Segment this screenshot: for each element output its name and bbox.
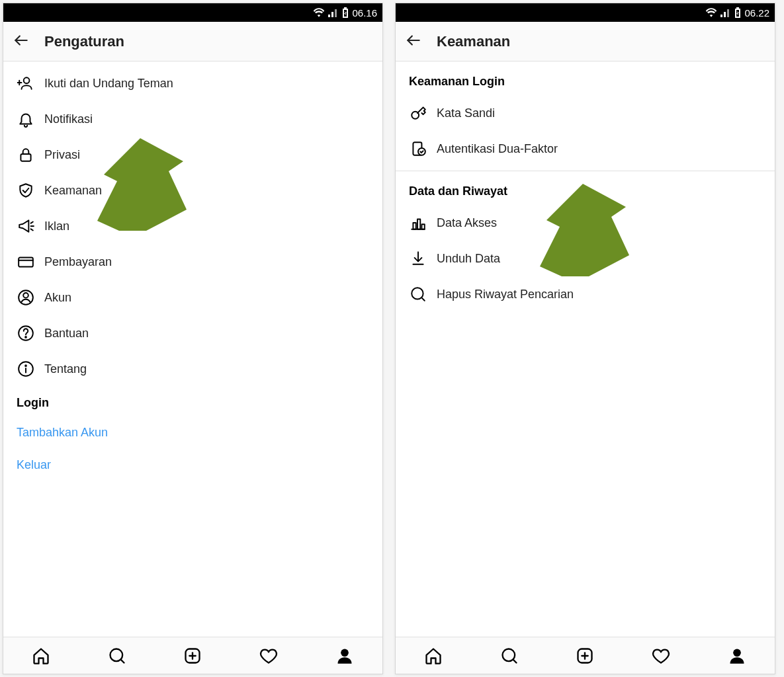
menu-label: Keamanan	[44, 184, 102, 198]
menu-label: Data Akses	[437, 216, 497, 230]
twofa-icon	[409, 139, 427, 158]
svg-point-40	[733, 649, 741, 657]
content-area: Keamanan Login Kata Sandi Autentikasi Du…	[396, 61, 775, 637]
svg-point-11	[23, 293, 28, 298]
svg-point-22	[341, 649, 349, 657]
menu-label: Privasi	[44, 148, 80, 162]
menu-notifications[interactable]: Notifikasi	[3, 101, 382, 137]
nav-home[interactable]	[396, 637, 472, 674]
menu-label: Akun	[44, 291, 71, 305]
menu-privacy[interactable]: Privasi	[3, 137, 382, 173]
status-time: 06.22	[744, 7, 769, 19]
back-icon[interactable]	[405, 32, 422, 52]
battery-icon	[734, 7, 741, 18]
menu-security[interactable]: Keamanan	[3, 173, 382, 208]
menu-label: Unduh Data	[437, 252, 500, 266]
chart-icon	[409, 214, 427, 232]
content-area: Ikuti dan Undang Teman Notifikasi Privas…	[3, 61, 382, 637]
signal-icon	[720, 8, 731, 17]
card-icon	[17, 253, 35, 271]
menu-account[interactable]: Akun	[3, 280, 382, 315]
lock-icon	[17, 145, 35, 164]
section-login: Login	[3, 387, 382, 417]
wifi-icon	[705, 8, 717, 17]
section-login-security: Keamanan Login	[396, 65, 775, 95]
svg-line-36	[513, 659, 517, 662]
search-icon	[409, 285, 427, 303]
bottom-nav	[3, 637, 382, 674]
shield-icon	[17, 181, 35, 200]
back-icon[interactable]	[13, 32, 30, 52]
nav-activity[interactable]	[231, 637, 307, 674]
link-logout[interactable]: Keluar	[3, 449, 382, 481]
menu-label: Notifikasi	[44, 112, 93, 126]
svg-line-7	[31, 229, 33, 230]
menu-clear-search[interactable]: Hapus Riwayat Pencarian	[396, 276, 775, 312]
nav-profile[interactable]	[699, 637, 775, 674]
download-icon	[409, 249, 427, 268]
menu-data-access[interactable]: Data Akses	[396, 205, 775, 241]
menu-help[interactable]: Bantuan	[3, 315, 382, 351]
status-bar: 06.22	[396, 3, 775, 22]
nav-add[interactable]	[547, 637, 623, 674]
phone-right: 06.22 Keamanan Keamanan Login Kata Sandi…	[395, 3, 775, 674]
menu-label: Ikuti dan Undang Teman	[44, 77, 173, 91]
signal-icon	[328, 8, 339, 17]
nav-home[interactable]	[3, 637, 79, 674]
divider	[396, 171, 775, 171]
menu-about[interactable]: Tentang	[3, 351, 382, 387]
key-icon	[409, 104, 427, 122]
menu-label: Bantuan	[44, 327, 89, 340]
svg-point-16	[25, 365, 26, 366]
svg-line-18	[121, 659, 124, 662]
svg-rect-28	[413, 223, 415, 229]
page-title: Pengaturan	[44, 33, 124, 50]
svg-rect-4	[21, 154, 30, 161]
menu-label: Iklan	[44, 219, 69, 233]
menu-label: Autentikasi Dua-Faktor	[437, 142, 558, 156]
bell-icon	[17, 110, 35, 128]
menu-label: Tentang	[44, 362, 87, 376]
help-icon	[17, 324, 35, 342]
info-icon	[17, 360, 35, 378]
megaphone-icon	[17, 217, 35, 235]
status-bar: 06.16	[3, 3, 382, 22]
nav-search[interactable]	[79, 637, 155, 674]
app-bar: Keamanan	[396, 22, 775, 61]
svg-line-5	[31, 222, 33, 223]
nav-activity[interactable]	[623, 637, 699, 674]
invite-icon	[17, 74, 35, 93]
menu-download-data[interactable]: Unduh Data	[396, 241, 775, 276]
phone-left: 06.16 Pengaturan Ikuti dan Undang Teman …	[3, 3, 383, 674]
svg-point-13	[25, 337, 26, 338]
menu-payments[interactable]: Pembayaran	[3, 244, 382, 280]
nav-profile[interactable]	[306, 637, 382, 674]
menu-label: Hapus Riwayat Pencarian	[437, 288, 574, 301]
app-bar: Pengaturan	[3, 22, 382, 61]
bottom-nav	[396, 637, 775, 674]
nav-add[interactable]	[155, 637, 231, 674]
page-title: Keamanan	[437, 33, 510, 50]
svg-rect-29	[417, 219, 420, 229]
svg-point-1	[24, 77, 30, 83]
svg-rect-30	[421, 224, 424, 229]
section-data-history: Data dan Riwayat	[396, 175, 775, 205]
nav-search[interactable]	[472, 637, 548, 674]
menu-ads[interactable]: Iklan	[3, 208, 382, 244]
svg-rect-8	[19, 258, 33, 267]
menu-password[interactable]: Kata Sandi	[396, 95, 775, 131]
status-time: 06.16	[352, 7, 377, 19]
menu-invite[interactable]: Ikuti dan Undang Teman	[3, 65, 382, 101]
link-add-account[interactable]: Tambahkan Akun	[3, 417, 382, 449]
menu-label: Pembayaran	[44, 255, 112, 269]
wifi-icon	[313, 8, 325, 17]
menu-label: Kata Sandi	[437, 106, 495, 120]
person-icon	[17, 288, 35, 307]
battery-icon	[342, 7, 349, 18]
menu-2fa[interactable]: Autentikasi Dua-Faktor	[396, 131, 775, 167]
svg-line-34	[421, 298, 424, 300]
